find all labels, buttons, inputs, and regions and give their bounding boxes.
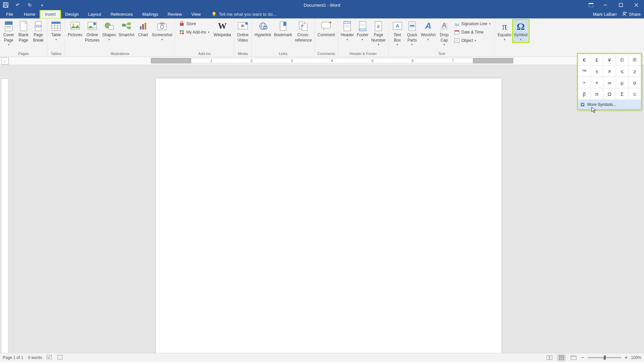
tab-references[interactable]: References (106, 10, 138, 18)
tab-file[interactable]: File (0, 10, 19, 18)
user-name[interactable]: Mark LaBarr (593, 12, 617, 17)
zoom-slider[interactable] (588, 357, 621, 358)
tab-mailings[interactable]: Mailings (138, 10, 163, 18)
tab-selector[interactable]: ∟ (1, 57, 9, 65)
tell-me-search[interactable]: 💡 Tell me what you want to do... (205, 10, 276, 18)
zoom-in-button[interactable]: + (625, 355, 628, 361)
tab-layout[interactable]: Layout (84, 10, 106, 18)
chart-button[interactable]: Chart (136, 20, 151, 39)
symbol-smiley[interactable]: ☺ (628, 88, 641, 100)
wordart-button[interactable]: A WordArt ▾ (420, 20, 437, 42)
save-icon[interactable] (3, 2, 9, 8)
web-layout-button[interactable] (569, 354, 578, 361)
ribbon-display-options-icon[interactable] (584, 0, 598, 10)
svg-rect-85 (550, 356, 552, 360)
svg-rect-17 (35, 27, 41, 31)
tab-insert[interactable]: Insert (40, 10, 61, 18)
maximize-button[interactable] (613, 0, 629, 10)
text-box-button[interactable]: A Text Box ▾ (390, 20, 405, 48)
hyperlink-button[interactable]: Hyperlink (253, 20, 273, 39)
symbol-euro[interactable]: € (578, 54, 591, 65)
chevron-down-icon: ▾ (161, 38, 163, 42)
chevron-down-icon: ▾ (362, 38, 363, 42)
page-break-button[interactable]: Page Break (31, 20, 46, 44)
read-mode-button[interactable] (545, 354, 554, 361)
symbol-pi[interactable]: π (591, 88, 603, 100)
tab-view[interactable]: View (186, 10, 205, 18)
symbol-trademark[interactable]: ™ (578, 65, 591, 77)
symbol-lessequal[interactable]: ≤ (616, 65, 629, 77)
date-time-icon (454, 29, 460, 35)
shapes-button[interactable]: Shapes ▾ (101, 20, 117, 42)
wikipedia-button[interactable]: W Wikipedia (212, 20, 232, 39)
group-media-label: Media (235, 51, 250, 57)
spelling-icon[interactable] (47, 355, 53, 361)
symbol-button[interactable]: Ω Symbol ▾ (513, 20, 529, 42)
header-button[interactable]: Header ▾ (339, 20, 355, 42)
word-count[interactable]: 0 words (28, 355, 42, 360)
store-button[interactable]: Store (178, 20, 211, 28)
tab-design[interactable]: Design (60, 10, 83, 18)
symbol-pound[interactable]: £ (591, 54, 603, 65)
signature-line-button[interactable]: Signature Line ▾ (453, 20, 492, 28)
smartart-icon (121, 20, 132, 32)
symbol-beta[interactable]: β (578, 88, 591, 100)
symbol-omega[interactable]: Ω (603, 88, 616, 100)
redo-icon[interactable]: ↻ (27, 2, 33, 8)
symbol-alpha[interactable]: α (628, 77, 641, 88)
tab-review[interactable]: Review (163, 10, 187, 18)
cover-page-button[interactable]: Cover Page ▾ (1, 20, 16, 48)
symbol-notequal[interactable]: ≠ (603, 65, 616, 77)
svg-rect-79 (454, 31, 459, 32)
symbol-sigma[interactable]: Σ (616, 88, 629, 100)
symbol-multiply[interactable]: × (591, 77, 603, 88)
online-pictures-button[interactable]: Online Pictures (84, 20, 101, 44)
close-button[interactable] (629, 0, 644, 10)
smartart-button[interactable]: SmartArt (117, 20, 136, 39)
more-symbols-button[interactable]: Ω More Symbols... (578, 100, 641, 109)
equation-button[interactable]: π Equatio ▾ (496, 20, 513, 42)
quick-parts-button[interactable]: Quick Parts ▾ (405, 20, 420, 48)
group-addins-label: Add-ins (176, 51, 232, 57)
svg-point-28 (93, 22, 96, 25)
blank-page-button[interactable]: Blank Page (16, 20, 31, 44)
screenshot-label: Screenshot (152, 33, 172, 38)
minimize-button[interactable] (598, 0, 613, 10)
cross-reference-button[interactable]: Cross- reference (293, 20, 313, 44)
macro-icon[interactable] (57, 355, 63, 361)
object-button[interactable]: Object ▾ (453, 37, 492, 45)
vertical-ruler[interactable] (1, 78, 8, 362)
qat-customize-icon[interactable]: ▾ (39, 2, 45, 8)
wordart-label: WordArt (421, 33, 436, 38)
symbol-copyright[interactable]: © (616, 54, 629, 65)
undo-icon[interactable]: ↶ (15, 2, 21, 8)
table-button[interactable]: Table ▾ (49, 20, 63, 42)
comment-button[interactable]: + Comment (316, 20, 336, 39)
symbol-micro[interactable]: µ (616, 77, 629, 88)
page-break-label: Page Break (33, 33, 43, 43)
page-indicator[interactable]: Page 1 of 1 (3, 355, 23, 360)
symbol-registered[interactable]: ® (628, 54, 641, 65)
online-video-button[interactable]: Online Video (235, 20, 250, 44)
group-tables-label: Tables (49, 51, 63, 57)
drop-cap-button[interactable]: A Drop Cap ▾ (437, 20, 451, 48)
horizontal-ruler[interactable]: 1 2 3 4 5 6 7 (151, 58, 513, 64)
symbol-divide[interactable]: ÷ (578, 77, 591, 88)
page-number-button[interactable]: # Page Number ▾ (370, 20, 387, 48)
date-time-button[interactable]: Date & Time (453, 28, 492, 36)
symbol-infinity[interactable]: ∞ (603, 77, 616, 88)
screenshot-button[interactable]: Screenshot ▾ (151, 20, 174, 42)
footer-button[interactable]: Footer ▾ (355, 20, 370, 42)
symbol-plusminus[interactable]: ± (591, 65, 603, 77)
symbol-greaterequal[interactable]: ≥ (628, 65, 641, 77)
print-layout-button[interactable] (557, 354, 566, 361)
document-page[interactable] (156, 78, 501, 362)
pictures-button[interactable]: Pictures (66, 20, 84, 39)
zoom-out-button[interactable]: − (581, 355, 584, 361)
tab-home[interactable]: Home (19, 10, 40, 18)
share-button[interactable]: Share (622, 11, 641, 17)
bookmark-button[interactable]: Bookmark (273, 20, 293, 39)
zoom-level[interactable]: 100% (631, 355, 641, 360)
symbol-yen[interactable]: ¥ (603, 54, 616, 65)
my-addins-button[interactable]: My Add-ins ▾ (178, 28, 211, 36)
